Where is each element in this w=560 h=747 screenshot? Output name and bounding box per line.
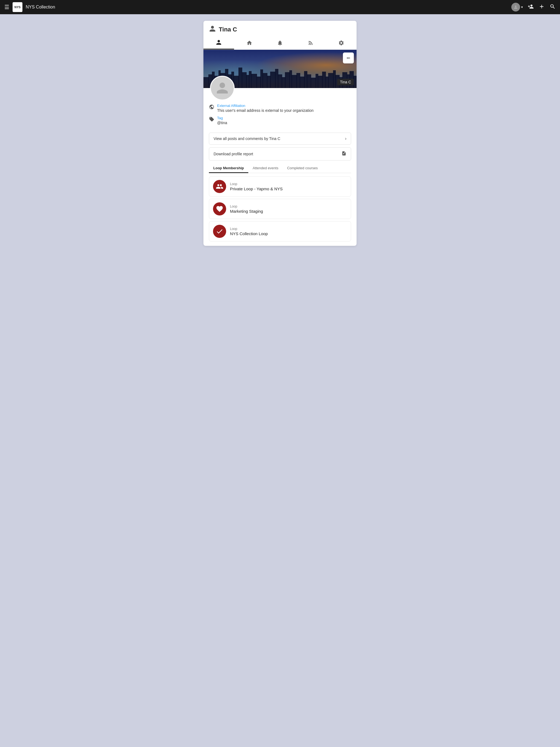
svg-rect-12	[242, 72, 247, 88]
svg-rect-34	[322, 72, 326, 88]
svg-rect-36	[328, 73, 334, 88]
svg-rect-30	[307, 74, 311, 88]
tag-label: Tag	[217, 116, 227, 120]
loop-info-0: Loop Private Loop - Yapmo & NYS	[230, 182, 283, 191]
topbar-right: ▾	[511, 3, 556, 11]
profile-card: Tina C	[203, 21, 357, 246]
profile-info: External Affiliation This user's email a…	[203, 100, 357, 133]
tab-settings[interactable]	[326, 36, 357, 50]
tag-icon	[209, 117, 214, 123]
tab-profile[interactable]	[203, 36, 234, 50]
sub-tab-completed-courses[interactable]: Completed courses	[283, 163, 322, 173]
tab-notifications[interactable]	[265, 36, 295, 50]
profile-header-person-icon	[209, 25, 216, 34]
loop-item-2[interactable]: Loop NYS Collection Loop	[209, 221, 351, 241]
loop-info-2: Loop NYS Collection Loop	[230, 227, 268, 236]
svg-rect-27	[297, 73, 300, 88]
loop-name-1: Marketing Staging	[230, 209, 263, 213]
loop-list: Loop Private Loop - Yapmo & NYS Loop Mar…	[203, 173, 357, 246]
svg-rect-11	[238, 68, 242, 88]
loop-item-1[interactable]: Loop Marketing Staging	[209, 199, 351, 219]
main-content: Tina C	[0, 14, 560, 252]
profile-header: Tina C	[203, 21, 357, 34]
loop-name-2: NYS Collection Loop	[230, 231, 268, 236]
sub-tab-loop-membership[interactable]: Loop Membership	[209, 163, 248, 173]
loop-info-1: Loop Marketing Staging	[230, 205, 263, 213]
topbar-left: ☰ NYS NYS Collection	[4, 2, 55, 12]
loop-type-label-1: Loop	[230, 205, 263, 208]
svg-rect-28	[300, 77, 305, 88]
avatar-container	[210, 76, 235, 100]
tag-row: Tag @tina	[209, 116, 351, 125]
external-affiliation-value: This user's email address is external to…	[217, 108, 314, 113]
profile-name: Tina C	[219, 26, 237, 33]
cover-name-badge: Tina C	[337, 79, 354, 85]
view-posts-label: View all posts and comments by Tina C	[213, 136, 280, 141]
tab-home[interactable]	[234, 36, 265, 50]
svg-rect-31	[311, 78, 316, 88]
svg-rect-22	[278, 74, 282, 88]
tag-text: Tag @tina	[217, 116, 227, 125]
download-report-button[interactable]: Download profile report	[209, 147, 351, 160]
add-person-icon[interactable]	[528, 4, 534, 11]
loop-avatar-1	[213, 202, 226, 215]
tag-value: @tina	[217, 121, 227, 125]
view-posts-button[interactable]: View all posts and comments by Tina C ›	[209, 133, 351, 145]
loop-item-0[interactable]: Loop Private Loop - Yapmo & NYS	[209, 176, 351, 197]
svg-rect-19	[267, 76, 271, 88]
external-affiliation-row: External Affiliation This user's email a…	[209, 104, 351, 113]
app-logo: NYS	[12, 2, 22, 12]
svg-rect-23	[282, 77, 285, 88]
user-avatar-large	[210, 76, 235, 100]
chevron-right-icon: ›	[345, 136, 347, 141]
menu-icon[interactable]: ☰	[4, 4, 9, 10]
svg-rect-15	[251, 74, 257, 88]
svg-rect-20	[270, 72, 276, 88]
avatar-caret-icon: ▾	[521, 5, 523, 9]
edit-cover-button[interactable]: ✏	[343, 52, 354, 63]
add-icon[interactable]	[539, 4, 545, 11]
download-icon	[341, 151, 347, 157]
external-affiliation-icon	[209, 104, 214, 111]
svg-rect-24	[285, 72, 290, 88]
topbar: ☰ NYS NYS Collection ▾	[0, 0, 560, 14]
user-avatar	[511, 3, 520, 11]
loop-name-0: Private Loop - Yapmo & NYS	[230, 186, 283, 191]
external-affiliation-text: External Affiliation This user's email a…	[217, 104, 314, 113]
search-icon[interactable]	[550, 4, 556, 11]
loop-type-label-2: Loop	[230, 227, 268, 231]
sub-tab-attended-events[interactable]: Attended events	[248, 163, 283, 173]
tab-feed[interactable]	[295, 36, 326, 50]
loop-avatar-2	[213, 225, 226, 238]
app-title: NYS Collection	[26, 5, 55, 9]
svg-rect-18	[262, 73, 268, 88]
svg-rect-16	[256, 77, 261, 88]
svg-point-0	[515, 5, 516, 7]
svg-rect-33	[318, 76, 323, 88]
profile-tab-nav	[203, 36, 357, 50]
download-report-label: Download profile report	[213, 152, 253, 156]
external-affiliation-label: External Affiliation	[217, 104, 314, 108]
sub-tab-nav: Loop Membership Attended events Complete…	[209, 163, 351, 173]
svg-rect-26	[291, 75, 297, 88]
loop-avatar-0	[213, 180, 226, 193]
user-avatar-button[interactable]: ▾	[511, 3, 523, 11]
svg-rect-1	[203, 77, 209, 88]
loop-type-label-0: Loop	[230, 182, 283, 186]
